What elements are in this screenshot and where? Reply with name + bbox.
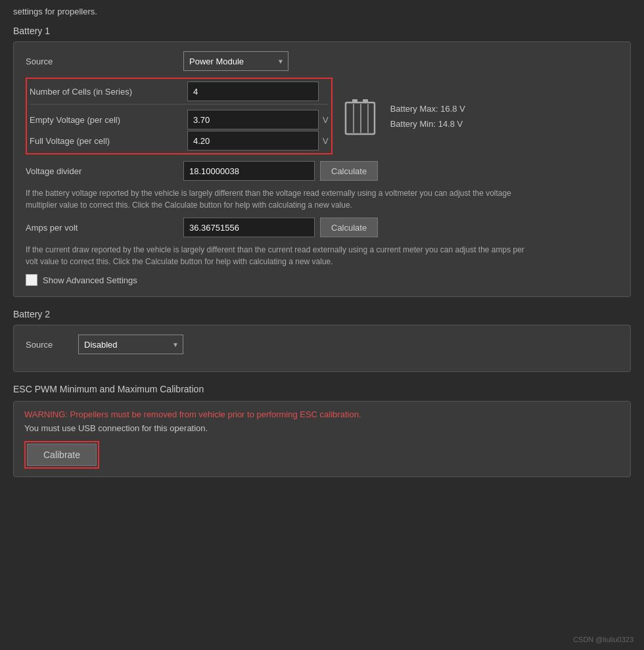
- full-voltage-input[interactable]: [187, 131, 319, 151]
- empty-voltage-unit: V: [323, 115, 329, 125]
- battery-visual: [343, 96, 377, 137]
- svg-rect-1: [352, 99, 357, 103]
- battery2-source-label: Source: [26, 340, 78, 350]
- voltage-hint: If the battery voltage reported by the v…: [26, 187, 538, 211]
- battery-max-stat: Battery Max: 16.8 V: [390, 104, 465, 114]
- voltage-divider-calculate-button[interactable]: Calculate: [320, 161, 378, 181]
- battery2-source-select-wrapper: Disabled Power Module Analog Pin: [78, 335, 183, 354]
- amps-input[interactable]: [183, 218, 315, 237]
- amps-row: Amps per volt Calculate: [26, 218, 618, 237]
- source-row: Source Power Module Analog Pin Other: [26, 51, 618, 71]
- svg-rect-0: [346, 103, 375, 134]
- battery-icon: [343, 96, 377, 137]
- cells-label: Number of Cells (in Series): [30, 87, 187, 97]
- amps-calculate-button[interactable]: Calculate: [320, 218, 378, 237]
- advanced-settings-label: Show Advanced Settings: [43, 275, 137, 285]
- full-voltage-label: Full Voltage (per cell): [30, 136, 187, 146]
- battery-min-label: Battery Min:: [390, 119, 436, 129]
- watermark: CSDN @liuliu0323: [573, 636, 633, 643]
- battery-max-label: Battery Max:: [390, 104, 438, 114]
- highlighted-group: Number of Cells (in Series) Empty Voltag…: [26, 78, 333, 154]
- esc-info-text: You must use USB connection for this ope…: [24, 423, 620, 433]
- advanced-settings-checkbox[interactable]: [26, 274, 37, 286]
- calibrate-button[interactable]: Calibrate: [27, 444, 97, 466]
- battery2-title: Battery 2: [13, 309, 631, 319]
- voltage-divider-input[interactable]: [183, 161, 315, 181]
- amps-hint: If the current draw reported by the vehi…: [26, 244, 538, 267]
- esc-title: ESC PWM Minimum and Maximum Calibration: [13, 384, 631, 394]
- battery1-title: Battery 1: [13, 26, 631, 36]
- battery2-source-select[interactable]: Disabled Power Module Analog Pin: [78, 335, 183, 354]
- source-select-wrapper: Power Module Analog Pin Other: [183, 51, 288, 71]
- battery-min-stat: Battery Min: 14.8 V: [390, 119, 465, 129]
- calibrate-button-wrapper: Calibrate: [24, 441, 99, 469]
- esc-warning-box: WARNING: Propellers must be removed from…: [13, 401, 631, 477]
- battery1-section: Source Power Module Analog Pin Other Num…: [13, 41, 631, 297]
- source-label: Source: [26, 57, 183, 66]
- battery2-section: Source Disabled Power Module Analog Pin: [13, 325, 631, 372]
- cells-input[interactable]: [187, 81, 319, 101]
- esc-warning-text: WARNING: Propellers must be removed from…: [24, 409, 620, 419]
- svg-rect-2: [363, 99, 368, 103]
- voltage-divider-row: Voltage divider Calculate: [26, 161, 618, 181]
- full-voltage-unit: V: [323, 136, 329, 146]
- advanced-settings-row: Show Advanced Settings: [26, 274, 618, 286]
- esc-section: ESC PWM Minimum and Maximum Calibration …: [13, 384, 631, 477]
- amps-label: Amps per volt: [26, 223, 183, 233]
- source-select[interactable]: Power Module Analog Pin Other: [183, 51, 288, 71]
- battery2-source-row: Source Disabled Power Module Analog Pin: [26, 335, 618, 354]
- voltage-divider-label: Voltage divider: [26, 166, 183, 176]
- battery-min-value: 14.8 V: [438, 119, 463, 129]
- cells-row: Number of Cells (in Series) Empty Voltag…: [26, 78, 618, 154]
- page-subtitle: settings for propellers.: [13, 7, 631, 16]
- empty-voltage-label: Empty Voltage (per cell): [30, 115, 187, 125]
- battery-stats: Battery Max: 16.8 V Battery Min: 14.8 V: [390, 104, 465, 129]
- empty-voltage-input[interactable]: [187, 110, 319, 129]
- battery-max-value: 16.8 V: [440, 104, 465, 114]
